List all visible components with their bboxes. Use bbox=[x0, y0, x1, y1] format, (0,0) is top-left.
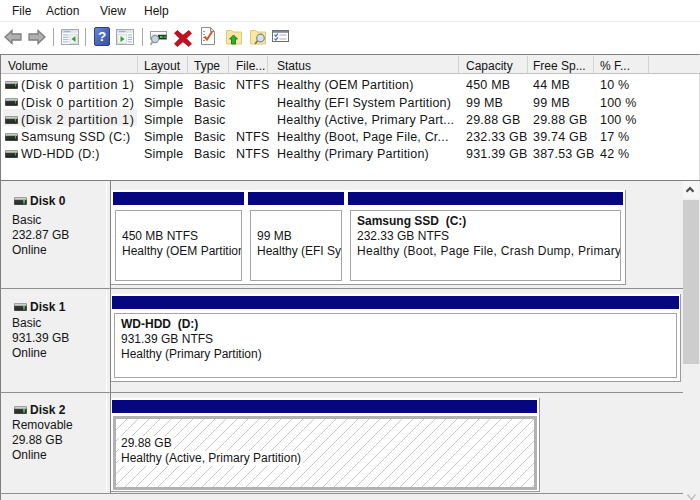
svg-text:?: ? bbox=[98, 29, 106, 44]
